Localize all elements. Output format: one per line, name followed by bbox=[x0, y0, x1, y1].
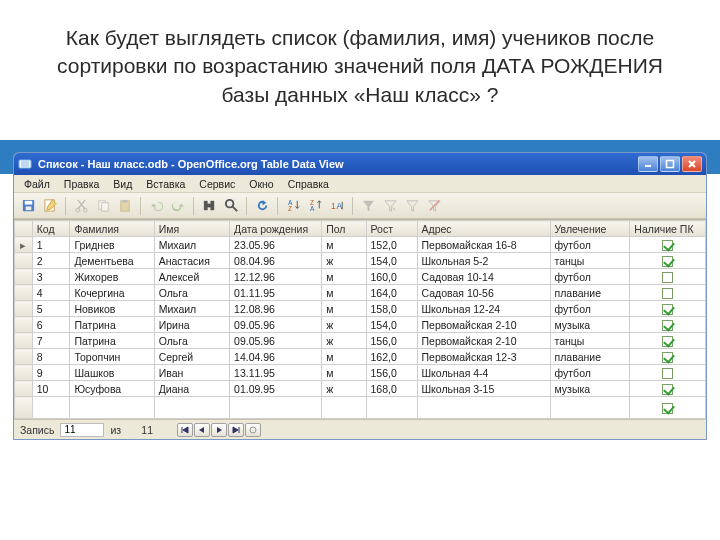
row-marker[interactable] bbox=[15, 253, 33, 269]
cell-pol[interactable]: м bbox=[322, 285, 366, 301]
table-row[interactable]: 7ПатринаОльга09.05.96ж156,0Первомайская … bbox=[15, 333, 706, 349]
cell-hob[interactable]: футбол bbox=[550, 365, 630, 381]
cell-fam[interactable]: Гриднев bbox=[70, 237, 154, 253]
cell-date[interactable]: 12.12.96 bbox=[230, 269, 322, 285]
cell-name[interactable]: Диана bbox=[154, 381, 229, 397]
menu-help[interactable]: Справка bbox=[282, 177, 335, 191]
cell-kod[interactable]: 1 bbox=[32, 237, 70, 253]
paste-icon[interactable] bbox=[115, 196, 135, 216]
cell-pc[interactable] bbox=[630, 237, 706, 253]
cell-adr[interactable]: Садовая 10-14 bbox=[417, 269, 550, 285]
table-row[interactable]: ▸1ГридневМихаил23.05.96м152,0Первомайска… bbox=[15, 237, 706, 253]
row-marker[interactable] bbox=[15, 317, 33, 333]
cell-kod[interactable]: 2 bbox=[32, 253, 70, 269]
cell-fam[interactable]: Кочергина bbox=[70, 285, 154, 301]
cut-icon[interactable] bbox=[71, 196, 91, 216]
cell-fam[interactable]: Патрина bbox=[70, 317, 154, 333]
cell-pol[interactable]: м bbox=[322, 365, 366, 381]
cell-adr[interactable]: Первомайская 2-10 bbox=[417, 317, 550, 333]
table-row[interactable]: 4КочергинаОльга01.11.95м164,0Садовая 10-… bbox=[15, 285, 706, 301]
cell-kod[interactable]: 5 bbox=[32, 301, 70, 317]
edit-icon[interactable] bbox=[40, 196, 60, 216]
cell-pol[interactable]: ж bbox=[322, 333, 366, 349]
checkbox-icon[interactable] bbox=[662, 320, 673, 331]
cell-hob[interactable]: футбол bbox=[550, 237, 630, 253]
cell-fam[interactable]: Дементьева bbox=[70, 253, 154, 269]
row-selector-header[interactable] bbox=[15, 221, 33, 237]
cell-pol[interactable]: ж bbox=[322, 253, 366, 269]
cell-name[interactable]: Ирина bbox=[154, 317, 229, 333]
cell-adr[interactable]: Первомайская 16-8 bbox=[417, 237, 550, 253]
cell-kod[interactable]: 6 bbox=[32, 317, 70, 333]
cell-kod[interactable]: 7 bbox=[32, 333, 70, 349]
menu-view[interactable]: Вид bbox=[107, 177, 138, 191]
menu-tools[interactable]: Сервис bbox=[193, 177, 241, 191]
checkbox-icon[interactable] bbox=[662, 336, 673, 347]
cell-hob[interactable]: танцы bbox=[550, 253, 630, 269]
checkbox-icon[interactable] bbox=[662, 403, 673, 414]
row-marker[interactable] bbox=[15, 333, 33, 349]
row-marker[interactable] bbox=[15, 269, 33, 285]
cell-rost[interactable]: 156,0 bbox=[366, 333, 417, 349]
checkbox-icon[interactable] bbox=[662, 352, 673, 363]
row-marker[interactable] bbox=[15, 349, 33, 365]
cell-kod[interactable]: 4 bbox=[32, 285, 70, 301]
cell-hob[interactable]: музыка bbox=[550, 317, 630, 333]
sort-asc-icon[interactable]: AZ bbox=[283, 196, 303, 216]
cell-adr[interactable]: Школьная 4-4 bbox=[417, 365, 550, 381]
col-pc[interactable]: Наличие ПК bbox=[630, 221, 706, 237]
cell-hob[interactable]: плавание bbox=[550, 349, 630, 365]
close-button[interactable] bbox=[682, 156, 702, 172]
menu-window[interactable]: Окно bbox=[243, 177, 279, 191]
cell-date[interactable]: 23.05.96 bbox=[230, 237, 322, 253]
filter-remove-icon[interactable] bbox=[424, 196, 444, 216]
col-adr[interactable]: Адрес bbox=[417, 221, 550, 237]
cell-rost[interactable]: 168,0 bbox=[366, 381, 417, 397]
sort-desc-icon[interactable]: ZA bbox=[305, 196, 325, 216]
cell-rost[interactable]: 162,0 bbox=[366, 349, 417, 365]
cell-adr[interactable]: Школьная 5-2 bbox=[417, 253, 550, 269]
cell-date[interactable]: 13.11.95 bbox=[230, 365, 322, 381]
checkbox-icon[interactable] bbox=[662, 288, 673, 299]
table-row[interactable]: 6ПатринаИрина09.05.96ж154,0Первомайская … bbox=[15, 317, 706, 333]
cell-fam[interactable]: Юсуфова bbox=[70, 381, 154, 397]
menu-insert[interactable]: Вставка bbox=[140, 177, 191, 191]
new-row[interactable] bbox=[15, 397, 706, 419]
cell-fam[interactable]: Жихорев bbox=[70, 269, 154, 285]
find-icon[interactable] bbox=[199, 196, 219, 216]
cell-hob[interactable]: музыка bbox=[550, 381, 630, 397]
cell-kod[interactable]: 8 bbox=[32, 349, 70, 365]
cell-fam[interactable]: Новиков bbox=[70, 301, 154, 317]
checkbox-icon[interactable] bbox=[662, 272, 673, 283]
cell-adr[interactable]: Школьная 3-15 bbox=[417, 381, 550, 397]
cell-kod[interactable]: 3 bbox=[32, 269, 70, 285]
cell-name[interactable]: Иван bbox=[154, 365, 229, 381]
nav-last-icon[interactable] bbox=[228, 423, 244, 437]
cell-pol[interactable]: ж bbox=[322, 317, 366, 333]
checkbox-icon[interactable] bbox=[662, 240, 673, 251]
cell-hob[interactable]: футбол bbox=[550, 269, 630, 285]
copy-icon[interactable] bbox=[93, 196, 113, 216]
cell-name[interactable]: Михаил bbox=[154, 301, 229, 317]
cell-date[interactable]: 01.11.95 bbox=[230, 285, 322, 301]
menu-file[interactable]: Файл bbox=[18, 177, 56, 191]
cell-hob[interactable]: танцы bbox=[550, 333, 630, 349]
cell-date[interactable]: 01.09.95 bbox=[230, 381, 322, 397]
cell-fam[interactable]: Патрина bbox=[70, 333, 154, 349]
row-marker[interactable]: ▸ bbox=[15, 237, 33, 253]
cell-pol[interactable]: м bbox=[322, 349, 366, 365]
nav-new-icon[interactable] bbox=[245, 423, 261, 437]
cell-pc[interactable] bbox=[630, 269, 706, 285]
titlebar[interactable]: Список - Наш класс.odb - OpenOffice.org … bbox=[14, 153, 706, 175]
sort-dialog-icon[interactable]: 1A bbox=[327, 196, 347, 216]
cell-pc[interactable] bbox=[630, 381, 706, 397]
col-pol[interactable]: Пол bbox=[322, 221, 366, 237]
cell-rost[interactable]: 160,0 bbox=[366, 269, 417, 285]
nav-next-icon[interactable] bbox=[211, 423, 227, 437]
row-marker[interactable] bbox=[15, 365, 33, 381]
table-row[interactable]: 5НовиковМихаил12.08.96м158,0Школьная 12-… bbox=[15, 301, 706, 317]
cell-rost[interactable]: 154,0 bbox=[366, 253, 417, 269]
row-marker[interactable] bbox=[15, 301, 33, 317]
save-icon[interactable] bbox=[18, 196, 38, 216]
record-number-input[interactable] bbox=[60, 423, 104, 437]
